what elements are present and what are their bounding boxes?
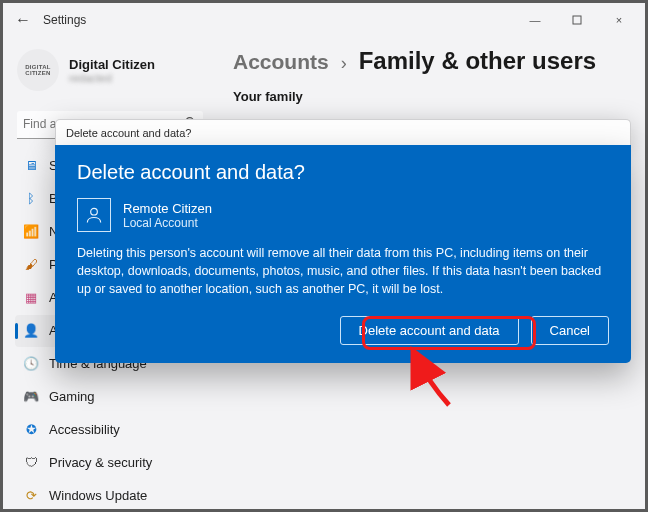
svg-point-3 — [91, 208, 98, 215]
system-icon: 🖥 — [23, 158, 39, 174]
sidebar-item-windows-update[interactable]: ⟳Windows Update — [15, 480, 203, 509]
sidebar-item-label: Windows Update — [49, 488, 147, 503]
cancel-button[interactable]: Cancel — [531, 316, 609, 345]
dialog-user-name: Remote Citizen — [123, 201, 212, 216]
section-your-family: Your family — [233, 89, 623, 104]
dialog-user-type: Local Account — [123, 216, 212, 230]
sidebar-item-accessibility[interactable]: ✪Accessibility — [15, 414, 203, 446]
delete-account-dialog: Delete account and data? Remote Citizen … — [55, 145, 631, 363]
gaming-icon: 🎮 — [23, 389, 39, 405]
dialog-message: Deleting this person's account will remo… — [77, 244, 609, 298]
delete-account-and-data-button[interactable]: Delete account and data — [340, 316, 519, 345]
close-button[interactable]: × — [599, 6, 639, 34]
sidebar-item-gaming[interactable]: 🎮Gaming — [15, 381, 203, 413]
minimize-button[interactable]: — — [515, 6, 555, 34]
network-icon: 📶 — [23, 224, 39, 240]
windows-icon: ⟳ — [23, 488, 39, 504]
dialog-heading: Delete account and data? — [77, 161, 609, 184]
profile-name: Digital Citizen — [69, 57, 155, 72]
svg-rect-0 — [573, 16, 581, 24]
time-icon: 🕓 — [23, 356, 39, 372]
back-button[interactable]: ← — [9, 11, 37, 29]
window-title: Settings — [43, 13, 86, 27]
sidebar-item-label: Accessibility — [49, 422, 120, 437]
privacy-icon: 🛡 — [23, 455, 39, 471]
dialog-titlebar: Delete account and data? — [55, 119, 631, 145]
maximize-button[interactable] — [557, 6, 597, 34]
page-title: Family & other users — [359, 47, 596, 75]
accounts-icon: 👤 — [23, 323, 39, 339]
personalization-icon: 🖌 — [23, 257, 39, 273]
breadcrumb-parent[interactable]: Accounts — [233, 50, 329, 74]
sidebar-item-label: Privacy & security — [49, 455, 152, 470]
avatar: DIGITAL CITIZEN — [17, 49, 59, 91]
breadcrumb: Accounts › Family & other users — [233, 47, 623, 75]
sidebar-item-privacy-security[interactable]: 🛡Privacy & security — [15, 447, 203, 479]
bluetooth-icon: ᛒ — [23, 191, 39, 207]
chevron-right-icon: › — [341, 53, 347, 74]
apps-icon: ▦ — [23, 290, 39, 306]
sidebar-item-label: Gaming — [49, 389, 95, 404]
accessibility-icon: ✪ — [23, 422, 39, 438]
profile-email: redacted — [69, 72, 155, 84]
window-titlebar: ← Settings — × — [3, 3, 645, 37]
person-icon — [77, 198, 111, 232]
profile-block[interactable]: DIGITAL CITIZEN Digital Citizen redacted — [15, 43, 211, 105]
